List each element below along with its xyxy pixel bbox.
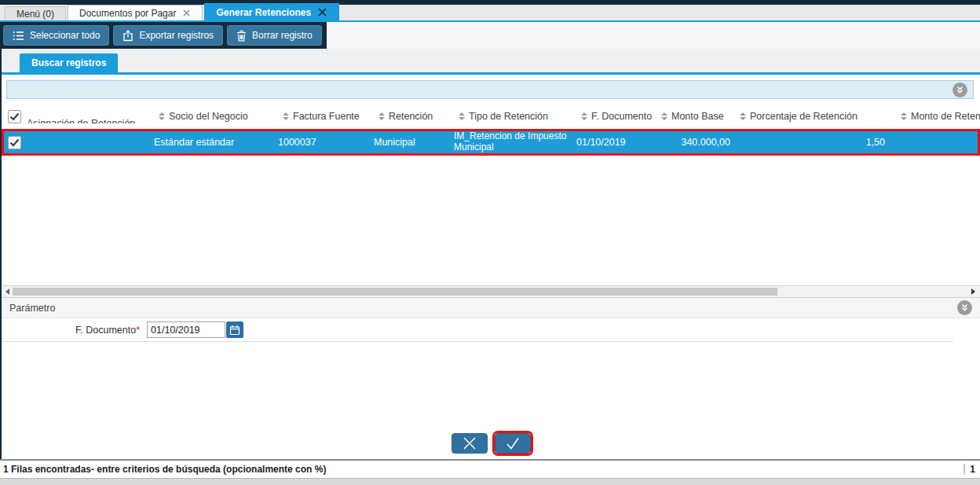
required-asterisk: * xyxy=(136,325,140,336)
column-label: Porcentaje de Retención xyxy=(750,111,858,122)
column-label: Factura Fuente xyxy=(293,111,360,122)
confirm-button[interactable] xyxy=(495,433,531,454)
chevron-double-down-icon xyxy=(960,303,969,312)
list-icon xyxy=(13,31,24,41)
sort-icon[interactable] xyxy=(159,112,165,120)
calendar-icon xyxy=(229,325,240,336)
parametro-field-row: F. Documento* xyxy=(2,318,953,342)
column-monto-de-retencion[interactable]: Monto de Reten xyxy=(901,111,980,122)
row-select-cell xyxy=(8,136,154,149)
collapse-search-button[interactable] xyxy=(953,83,967,97)
cell-monto-base: 340.000,00 xyxy=(656,137,735,148)
export-records-button[interactable]: Exportar registros xyxy=(113,25,223,46)
sort-icon[interactable] xyxy=(283,112,289,120)
column-label: Monto Base xyxy=(671,111,724,122)
cell-factura: 1000037 xyxy=(278,137,374,148)
cell-retencion: Municipal xyxy=(374,137,454,148)
table-header: Asignación de Retención Socio del Negoci… xyxy=(2,104,980,129)
column-factura-fuente[interactable]: Factura Fuente xyxy=(283,111,378,122)
trash-icon xyxy=(236,30,247,42)
column-label: Socio del Negocio xyxy=(169,111,248,122)
parametro-panel-header: Parámetro xyxy=(2,298,980,318)
scroll-left-arrow-icon[interactable] xyxy=(2,288,13,295)
toolbar: Seleccionar todo Exportar registros Borr… xyxy=(0,22,980,49)
close-icon[interactable] xyxy=(182,9,191,17)
column-porcentaje-de-retencion[interactable]: Porcentaje de Retención xyxy=(740,111,901,122)
table-empty-area xyxy=(2,156,980,285)
tab-documentos-por-pagar[interactable]: Documentos por Pagar xyxy=(68,5,203,20)
column-label: Asignación de Retención xyxy=(27,118,135,123)
cell-f-documento: 01/10/2019 xyxy=(576,137,656,148)
cell-socio: Estándar estándar xyxy=(154,137,278,148)
calendar-button[interactable] xyxy=(226,321,243,338)
scrollbar-thumb[interactable] xyxy=(13,288,777,296)
f-documento-label: F. Documento* xyxy=(2,325,140,336)
cell-tipo: IM_Retencion de Impuesto Municipal xyxy=(454,131,576,153)
tab-menu-label: Menú (0) xyxy=(16,9,54,20)
tab-generar-retenciones[interactable]: Generar Retenciones xyxy=(204,3,339,20)
tab-documentos-label: Documentos por Pagar xyxy=(79,8,176,19)
export-icon xyxy=(122,30,133,42)
toolbar-button-group: Seleccionar todo Exportar registros Borr… xyxy=(0,22,327,49)
parametro-title: Parámetro xyxy=(9,303,55,314)
export-records-label: Exportar registros xyxy=(139,30,214,41)
column-asignacion-retencion: Asignación de Retención xyxy=(8,110,159,123)
column-label: Monto de Reten xyxy=(911,111,980,122)
column-retencion[interactable]: Retención xyxy=(378,111,459,122)
collapse-parametro-button[interactable] xyxy=(957,300,972,315)
dialog-action-row xyxy=(2,433,980,459)
column-label: Tipo de Retención xyxy=(469,111,548,122)
tab-generar-label: Generar Retenciones xyxy=(216,7,311,18)
tab-bar: Menú (0) Documentos por Pagar Generar Re… xyxy=(0,0,980,20)
sort-icon[interactable] xyxy=(581,112,587,120)
column-monto-base[interactable]: Monto Base xyxy=(661,111,740,122)
window-bottom-edge xyxy=(0,478,980,485)
select-all-label: Seleccionar todo xyxy=(30,30,100,41)
search-row xyxy=(2,75,980,104)
selected-row-highlight: Estándar estándar 1000037 Municipal IM_R… xyxy=(2,129,980,156)
column-label: F. Documento xyxy=(591,111,652,122)
sort-icon[interactable] xyxy=(661,112,667,120)
confirm-check-icon xyxy=(506,437,520,450)
scroll-right-arrow-icon[interactable] xyxy=(967,288,978,295)
close-icon[interactable] xyxy=(317,7,327,17)
search-tab-strip: Buscar registros xyxy=(2,49,980,75)
search-tab-label: Buscar registros xyxy=(31,57,106,68)
status-separator xyxy=(964,464,965,475)
cancel-button[interactable] xyxy=(452,433,488,454)
select-all-checkbox[interactable] xyxy=(8,110,21,123)
table-row[interactable]: Estándar estándar 1000037 Municipal IM_R… xyxy=(4,131,978,153)
search-input[interactable] xyxy=(6,80,974,99)
f-documento-input[interactable] xyxy=(147,321,225,338)
cell-porcentaje: 1,50 xyxy=(735,137,896,148)
empty-space xyxy=(2,342,980,433)
column-label: Retención xyxy=(389,111,433,122)
chevron-double-down-icon xyxy=(956,86,964,94)
cancel-x-icon xyxy=(463,437,477,450)
delete-record-label: Borrar registro xyxy=(252,30,313,41)
column-f-documento[interactable]: F. Documento xyxy=(581,111,661,122)
sort-icon[interactable] xyxy=(378,112,385,120)
sort-icon[interactable] xyxy=(459,112,465,120)
select-all-button[interactable]: Seleccionar todo xyxy=(3,25,109,46)
horizontal-scrollbar[interactable] xyxy=(2,285,980,298)
app-window: Menú (0) Documentos por Pagar Generar Re… xyxy=(0,0,980,485)
delete-record-button[interactable]: Borrar registro xyxy=(227,25,322,46)
tab-menu[interactable]: Menú (0) xyxy=(5,6,66,20)
status-bar: 1 Filas encontradas- entre criterios de … xyxy=(0,459,980,478)
page-indicator: 1 xyxy=(970,464,980,475)
row-checkbox[interactable] xyxy=(8,136,21,149)
column-socio-del-negocio[interactable]: Socio del Negocio xyxy=(159,111,283,122)
column-tipo-de-retencion[interactable]: Tipo de Retención xyxy=(459,111,581,122)
status-message: 1 Filas encontradas- entre criterios de … xyxy=(0,464,326,475)
tab-buscar-registros[interactable]: Buscar registros xyxy=(20,53,118,72)
sort-icon[interactable] xyxy=(740,112,746,120)
sort-icon[interactable] xyxy=(901,112,907,120)
content-frame: Buscar registros Asignación de Retención xyxy=(0,49,980,459)
